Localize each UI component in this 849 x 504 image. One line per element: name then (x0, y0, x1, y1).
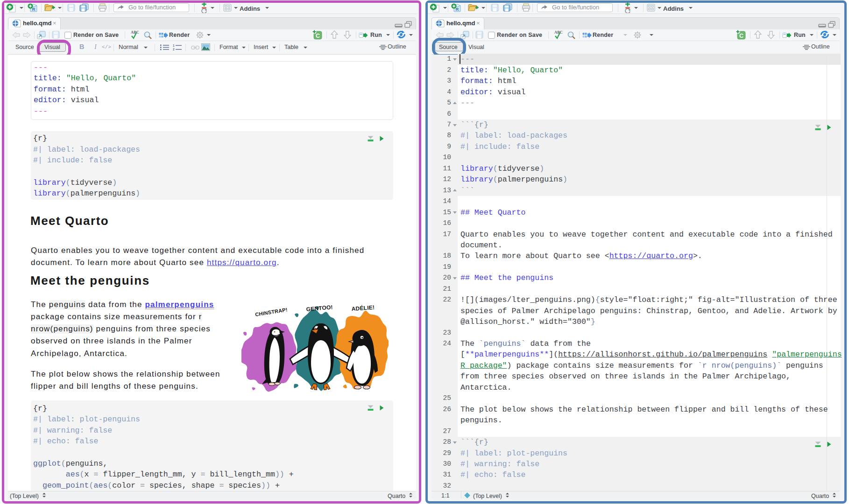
svg-text:C: C (739, 33, 743, 39)
svg-text:ABC: ABC (554, 30, 563, 35)
svg-text:GENTOO!: GENTOO! (306, 304, 333, 313)
svg-text:ABC: ABC (131, 30, 139, 35)
svg-text:1: 1 (173, 44, 175, 47)
svg-text:ADÉLIE!: ADÉLIE! (351, 304, 375, 312)
svg-text:CHINSTRAP!: CHINSTRAP! (255, 307, 288, 317)
svg-text:R: R (456, 7, 459, 12)
svg-text:C: C (316, 33, 320, 39)
svg-text:R: R (32, 7, 35, 12)
svg-text:2: 2 (173, 48, 175, 50)
